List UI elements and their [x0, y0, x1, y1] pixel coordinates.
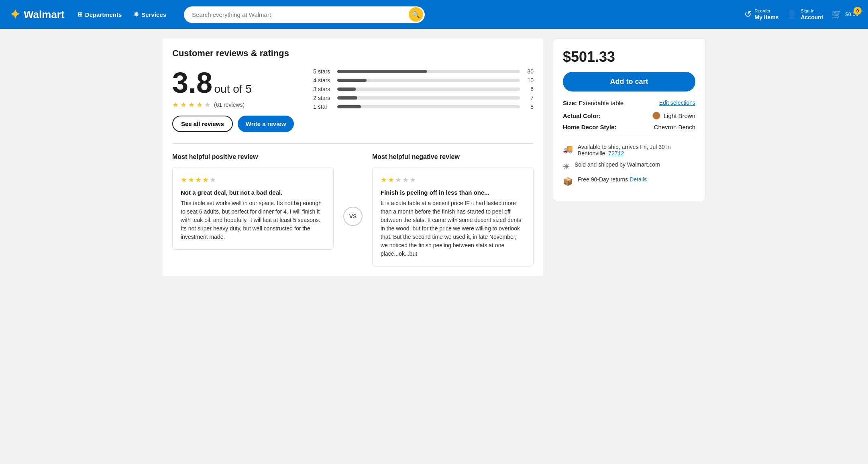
bar-row-2: 2 stars 7 [313, 95, 534, 101]
search-icon: 🔍 [412, 11, 420, 18]
bar-fill-5 [337, 70, 427, 73]
review-actions: See all reviews Write a review [172, 116, 294, 132]
bar-row-5: 5 stars 30 [313, 68, 534, 75]
departments-nav[interactable]: ⊞ Departments [73, 8, 127, 20]
main-content: Customer reviews & ratings 3.8 out of 5 … [153, 29, 715, 286]
reviews-section: Customer reviews & ratings 3.8 out of 5 … [163, 39, 543, 276]
bar-fill-4 [337, 79, 367, 82]
bar-track-5 [337, 70, 520, 73]
services-icon: ❋ [134, 11, 139, 18]
negative-review-stars: ★ ★ ★ ★ ★ [381, 175, 525, 184]
color-value: Light Brown [652, 112, 695, 120]
positive-review-stars: ★ ★ ★ ★ ★ [181, 175, 325, 184]
rating-display: 3.8 out of 5 [172, 68, 294, 97]
add-to-cart-button[interactable]: Add to cart [563, 72, 695, 92]
truck-icon: 🚚 [563, 144, 573, 154]
header: ✦ Walmart ⊞ Departments ❋ Services 🔍 ↺ R… [0, 0, 868, 29]
spark-icon: ✦ [10, 7, 20, 22]
services-nav[interactable]: ❋ Services [129, 8, 171, 20]
product-price: $501.33 [563, 49, 695, 65]
bar-fill-1 [337, 105, 361, 108]
see-all-reviews-button[interactable]: See all reviews [172, 116, 233, 132]
negative-review-card: ★ ★ ★ ★ ★ Finish is peeling off in less … [372, 167, 534, 267]
write-review-button[interactable]: Write a review [238, 116, 294, 132]
main-nav: ⊞ Departments ❋ Services [73, 8, 171, 20]
positive-section-title: Most helpful positive review [172, 153, 334, 161]
size-row: Size: Extendable table Edit selections [563, 100, 695, 107]
sold-by-row: ✳ Sold and shipped by Walmart.com [563, 161, 695, 171]
style-row: Home Decor Style: Chevron Bench [563, 124, 695, 130]
bar-track-3 [337, 88, 520, 91]
cart-action[interactable]: 🛒 0 $0.00 [831, 9, 858, 20]
color-label: Actual Color: [563, 112, 601, 119]
store-icon: ✳ [563, 162, 570, 171]
positive-review-headline: Not a great deal, but not a bad deal. [181, 189, 325, 196]
reorder-action[interactable]: ↺ Reorder My Items [744, 8, 779, 21]
star-2: ★ [180, 100, 187, 109]
rating-big: 3.8 out of 5 ★ ★ ★ ★ ★ (61 reviews) See … [172, 68, 294, 132]
signin-action[interactable]: 👤 Sign In Account [786, 8, 823, 21]
rating-number: 3.8 [172, 67, 212, 99]
logo-text: Walmart [24, 8, 65, 21]
color-row: Actual Color: Light Brown [563, 112, 695, 120]
helpful-reviews: Most helpful positive review ★ ★ ★ ★ ★ N… [172, 153, 534, 267]
bar-row-1: 1 star 8 [313, 104, 534, 110]
search-input[interactable] [184, 6, 425, 23]
star-5-half: ★ [204, 100, 211, 109]
header-actions: ↺ Reorder My Items 👤 Sign In Account 🛒 0… [744, 8, 858, 21]
review-count: (61 reviews) [214, 102, 245, 108]
bar-fill-2 [337, 96, 357, 100]
positive-review-section: Most helpful positive review ★ ★ ★ ★ ★ N… [172, 153, 334, 267]
bar-track-4 [337, 79, 520, 82]
style-label: Home Decor Style: [563, 124, 616, 130]
zip-code-link[interactable]: 72712 [608, 150, 624, 157]
shipping-row: 🚚 Available to ship, arrives Fri, Jul 30… [563, 144, 695, 157]
bar-row-3: 3 stars 6 [313, 86, 534, 92]
star-1: ★ [172, 100, 179, 109]
shipping-info: 🚚 Available to ship, arrives Fri, Jul 30… [563, 137, 695, 186]
reorder-icon: ↺ [744, 9, 752, 20]
grid-icon: ⊞ [77, 11, 83, 18]
cart-icon: 🛒 [831, 9, 842, 20]
star-4: ★ [196, 100, 203, 109]
negative-review-headline: Finish is peeling off in less than one..… [381, 189, 525, 196]
negative-section-title: Most helpful negative review [372, 153, 534, 161]
returns-details-link[interactable]: Details [630, 176, 647, 183]
product-details: Size: Extendable table Edit selections A… [563, 100, 695, 130]
size-label: Size: [563, 100, 577, 106]
search-button[interactable]: 🔍 [409, 7, 423, 22]
returns-row: 📦 Free 90-Day returns Details [563, 176, 695, 186]
negative-review-section: Most helpful negative review ★ ★ ★ ★ ★ F… [372, 153, 534, 267]
rating-bars: 5 stars 30 4 stars 10 3 stars [313, 68, 534, 112]
rating-stars: ★ ★ ★ ★ ★ (61 reviews) [172, 100, 294, 109]
positive-review-body: This table set works well in our space. … [181, 199, 325, 241]
shipping-text: Available to ship, arrives Fri, Jul 30 i… [578, 144, 671, 157]
returns-icon: 📦 [563, 177, 573, 186]
sold-by-text: Sold and shipped by Walmart.com [575, 161, 660, 168]
star-3: ★ [188, 100, 195, 109]
bar-track-2 [337, 96, 520, 100]
style-value: Chevron Bench [654, 124, 695, 130]
bar-track-1 [337, 105, 520, 108]
rating-summary: 3.8 out of 5 ★ ★ ★ ★ ★ (61 reviews) See … [172, 68, 534, 132]
color-swatch [652, 112, 660, 120]
negative-review-body: It is a cute table at a decent price IF … [381, 199, 525, 258]
edit-selections-link[interactable]: Edit selections [659, 100, 695, 106]
product-panel: $501.33 Add to cart Size: Extendable tab… [553, 39, 705, 201]
cart-count-badge: 0 [854, 7, 862, 15]
returns-text: Free 90-Day returns [578, 176, 628, 183]
bar-row-4: 4 stars 10 [313, 77, 534, 83]
rating-out-of: out of 5 [214, 83, 252, 95]
search-bar: 🔍 [184, 6, 425, 23]
size-value: Extendable table [579, 100, 623, 106]
walmart-logo[interactable]: ✦ Walmart [10, 7, 65, 22]
reviews-title: Customer reviews & ratings [172, 48, 534, 59]
account-icon: 👤 [786, 9, 797, 20]
positive-review-card: ★ ★ ★ ★ ★ Not a great deal, but not a ba… [172, 167, 334, 250]
bar-fill-3 [337, 88, 355, 91]
divider [172, 143, 534, 144]
vs-separator: VS [343, 207, 363, 226]
